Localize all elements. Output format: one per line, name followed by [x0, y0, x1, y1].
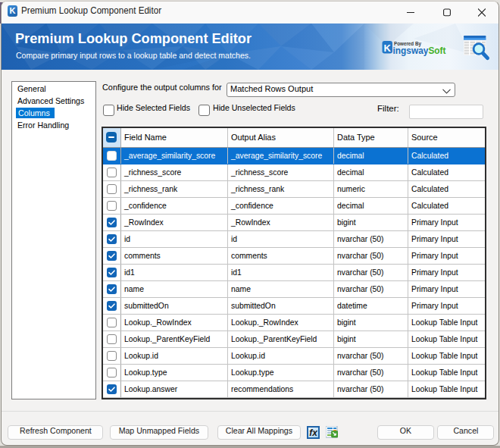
svg-text:Premium Lookup Component Edito: Premium Lookup Component Editor	[15, 30, 252, 46]
svg-text:K: K	[384, 42, 392, 54]
svg-text:Compare primary input rows to: Compare primary input rows to a lookup t…	[16, 51, 251, 60]
svg-text:ingswaySoft: ingswaySoft	[393, 45, 446, 56]
